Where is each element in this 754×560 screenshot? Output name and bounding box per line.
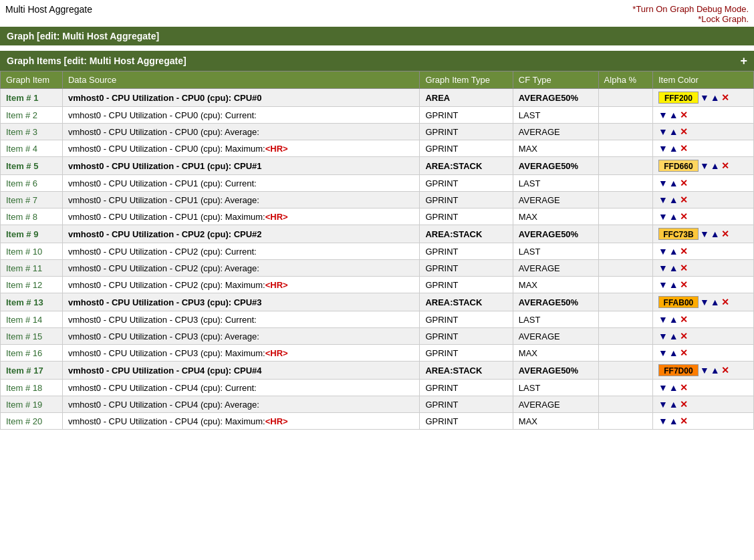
table-row-item-num[interactable]: Item # 18 (1, 380, 63, 396)
move-down-button[interactable]: ▼ (658, 382, 668, 393)
delete-button[interactable]: ✕ (680, 347, 688, 358)
move-down-button[interactable]: ▼ (658, 416, 668, 426)
table-row-data-source[interactable]: vmhost0 - CPU Utilization - CPU2 (cpu): … (62, 225, 419, 243)
add-item-button[interactable]: + (740, 55, 747, 67)
table-row-item-num[interactable]: Item # 15 (1, 328, 63, 345)
move-up-button[interactable]: ▲ (669, 126, 678, 137)
table-row-item-color[interactable]: FF7D00▼▲✕ (652, 362, 753, 380)
table-row-item-color[interactable]: FFF200▼▲✕ (652, 89, 753, 107)
move-down-button[interactable]: ▼ (658, 246, 668, 257)
move-down-button[interactable]: ▼ (658, 211, 668, 222)
move-down-button[interactable]: ▼ (658, 279, 668, 290)
move-up-button[interactable]: ▲ (669, 246, 678, 257)
move-down-button[interactable]: ▼ (700, 160, 709, 171)
delete-button[interactable]: ✕ (680, 126, 688, 137)
table-row-item-num[interactable]: Item # 11 (1, 260, 63, 277)
table-row-item-num[interactable]: Item # 17 (1, 362, 63, 380)
debug-mode-link[interactable]: *Turn On Graph Debug Mode. (632, 4, 749, 14)
table-row-item-color[interactable]: FFAB00▼▲✕ (652, 293, 753, 311)
color-swatch[interactable]: FFAB00 (658, 296, 699, 308)
move-down-button[interactable]: ▼ (658, 263, 668, 273)
move-up-button[interactable]: ▲ (669, 399, 678, 410)
delete-button[interactable]: ✕ (721, 229, 729, 239)
delete-button[interactable]: ✕ (680, 416, 688, 426)
table-row-item-color[interactable]: ▼▲✕ (652, 192, 753, 208)
table-row-item-color[interactable]: ▼▲✕ (652, 277, 753, 293)
move-up-button[interactable]: ▲ (711, 229, 720, 239)
delete-button[interactable]: ✕ (680, 314, 688, 325)
table-row-data-source[interactable]: vmhost0 - CPU Utilization - CPU4 (cpu): … (62, 362, 419, 380)
color-swatch[interactable]: FFD660 (658, 160, 699, 172)
move-down-button[interactable]: ▼ (700, 229, 709, 239)
table-row-item-color[interactable]: ▼▲✕ (652, 380, 753, 396)
move-up-button[interactable]: ▲ (669, 314, 678, 325)
delete-button[interactable]: ✕ (721, 92, 729, 103)
table-row-item-num[interactable]: Item # 1 (1, 89, 63, 107)
table-row-item-color[interactable]: ▼▲✕ (652, 107, 753, 124)
table-row-item-num[interactable]: Item # 8 (1, 208, 63, 225)
delete-button[interactable]: ✕ (680, 110, 688, 120)
table-row-item-num[interactable]: Item # 13 (1, 293, 63, 311)
delete-button[interactable]: ✕ (680, 263, 688, 273)
move-up-button[interactable]: ▲ (711, 365, 720, 376)
move-down-button[interactable]: ▼ (700, 92, 709, 103)
move-up-button[interactable]: ▲ (669, 143, 678, 154)
move-down-button[interactable]: ▼ (658, 194, 668, 205)
color-swatch[interactable]: FFF200 (658, 92, 699, 104)
table-row-item-color[interactable]: ▼▲✕ (652, 311, 753, 328)
delete-button[interactable]: ✕ (721, 160, 729, 171)
move-up-button[interactable]: ▲ (669, 331, 678, 341)
table-row-item-num[interactable]: Item # 14 (1, 311, 63, 328)
table-row-item-color[interactable]: ▼▲✕ (652, 396, 753, 413)
delete-button[interactable]: ✕ (680, 194, 688, 205)
delete-button[interactable]: ✕ (680, 399, 688, 410)
delete-button[interactable]: ✕ (680, 246, 688, 257)
delete-button[interactable]: ✕ (680, 382, 688, 393)
table-row-data-source[interactable]: vmhost0 - CPU Utilization - CPU1 (cpu): … (62, 157, 419, 175)
table-row-item-color[interactable]: ▼▲✕ (652, 175, 753, 192)
table-row-item-color[interactable]: ▼▲✕ (652, 208, 753, 225)
move-down-button[interactable]: ▼ (700, 297, 709, 307)
move-down-button[interactable]: ▼ (658, 110, 668, 120)
table-row-item-num[interactable]: Item # 20 (1, 413, 63, 430)
move-down-button[interactable]: ▼ (658, 399, 668, 410)
move-down-button[interactable]: ▼ (658, 178, 668, 188)
table-row-data-source[interactable]: vmhost0 - CPU Utilization - CPU3 (cpu): … (62, 293, 419, 311)
move-up-button[interactable]: ▲ (669, 194, 678, 205)
delete-button[interactable]: ✕ (680, 279, 688, 290)
move-up-button[interactable]: ▲ (669, 263, 678, 273)
table-row-item-color[interactable]: ▼▲✕ (652, 413, 753, 430)
move-up-button[interactable]: ▲ (669, 347, 678, 358)
move-up-button[interactable]: ▲ (711, 160, 720, 171)
move-up-button[interactable]: ▲ (711, 92, 720, 103)
delete-button[interactable]: ✕ (721, 365, 729, 376)
table-row-item-num[interactable]: Item # 2 (1, 107, 63, 124)
move-down-button[interactable]: ▼ (700, 365, 709, 376)
delete-button[interactable]: ✕ (680, 211, 688, 222)
move-down-button[interactable]: ▼ (658, 126, 668, 137)
move-up-button[interactable]: ▲ (669, 279, 678, 290)
move-down-button[interactable]: ▼ (658, 331, 668, 341)
move-up-button[interactable]: ▲ (669, 110, 678, 120)
table-row-data-source[interactable]: vmhost0 - CPU Utilization - CPU0 (cpu): … (62, 89, 419, 107)
table-row-item-color[interactable]: ▼▲✕ (652, 345, 753, 362)
table-row-item-num[interactable]: Item # 12 (1, 277, 63, 293)
table-row-item-num[interactable]: Item # 4 (1, 140, 63, 157)
table-row-item-color[interactable]: ▼▲✕ (652, 328, 753, 345)
move-up-button[interactable]: ▲ (669, 382, 678, 393)
table-row-item-num[interactable]: Item # 3 (1, 124, 63, 140)
move-up-button[interactable]: ▲ (669, 178, 678, 188)
table-row-item-num[interactable]: Item # 9 (1, 225, 63, 243)
lock-graph-link[interactable]: *Lock Graph. (698, 14, 749, 24)
table-row-item-num[interactable]: Item # 5 (1, 157, 63, 175)
table-row-item-num[interactable]: Item # 6 (1, 175, 63, 192)
table-row-item-num[interactable]: Item # 16 (1, 345, 63, 362)
color-swatch[interactable]: FF7D00 (658, 364, 699, 376)
move-down-button[interactable]: ▼ (658, 347, 668, 358)
table-row-item-color[interactable]: ▼▲✕ (652, 140, 753, 157)
table-row-item-color[interactable]: ▼▲✕ (652, 124, 753, 140)
delete-button[interactable]: ✕ (680, 143, 688, 154)
move-down-button[interactable]: ▼ (658, 143, 668, 154)
move-up-button[interactable]: ▲ (669, 416, 678, 426)
move-up-button[interactable]: ▲ (669, 211, 678, 222)
